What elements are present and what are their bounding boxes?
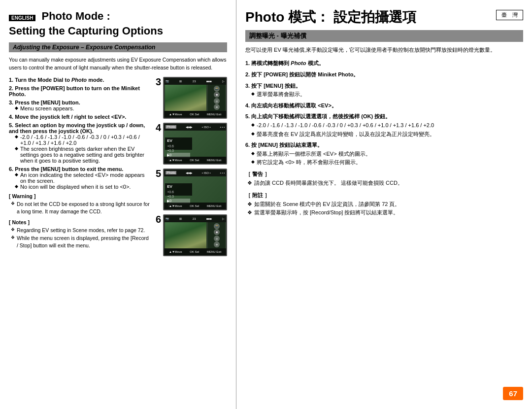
step-5-bullet-2: The screen brightness gets darker when t… bbox=[15, 146, 151, 164]
right-step-1-text: 1. 將模式轉盤轉到 Photo 模式。 bbox=[245, 60, 324, 66]
right-warning-icon: ❖ bbox=[247, 179, 252, 188]
right-step-4: 4. 向左或向右移動搖桿以選取 <EV>。 bbox=[245, 102, 523, 110]
step-6-bullet-1: An icon indicating the selected <EV> mod… bbox=[15, 172, 151, 184]
cam3-bottom-bar: ▲▼MoveOK SelMENU Exit bbox=[164, 111, 226, 118]
step-6-bullet-2: No icon will be displayed when it is set… bbox=[15, 184, 151, 190]
right-notes-title: ［ 附註 ］ bbox=[245, 191, 523, 200]
cam6-top-bar: 📷⊞23■■■▷ bbox=[164, 215, 226, 222]
right-warning-item: ❖ 請勿讓 CCD 長時間暴露於強光下。 這樣做可能會損毀 CCD。 bbox=[247, 179, 523, 188]
right-step-1: 1. 將模式轉盤轉到 Photo 模式。 bbox=[245, 59, 523, 68]
step-3-bullet: Menu screen appears. bbox=[15, 105, 151, 111]
warning-box: [ Warning ] Do not let the CCD be expose… bbox=[9, 193, 151, 216]
right-step-2-text: 2. 按下 [POWER] 按鈕以開啓 Miniket Photo。 bbox=[245, 71, 359, 77]
section-header-right: 調整曝光 - 曝光補償 bbox=[245, 30, 523, 42]
step-3: 3. Press the [MENU] button. Menu screen … bbox=[9, 100, 151, 111]
camera-screen-5: Photo ◀■▶• ISO •• • • EV +0.6 +0.3 ▶0 -0… bbox=[163, 169, 227, 210]
step-3-text: 3. Press the [MENU] button. bbox=[9, 100, 80, 105]
main-title-line1: Photo Mode : bbox=[41, 10, 110, 23]
cam3-icon-1: 📸 bbox=[214, 86, 220, 92]
cam3-icon-4: ⊕ bbox=[214, 104, 220, 110]
right-step-5: 5. 向上或向下移動搖桿以選選選項，然後按搖桿 (OK) 按鈕。 -2.0 / … bbox=[245, 112, 523, 138]
notes-item-2: While the menu screen is displayed, pres… bbox=[11, 235, 151, 250]
step-4-text: 4. Move the joystick left / right to sel… bbox=[9, 114, 126, 120]
screenshot-row-6: 6 📷⊞23■■■▷ 📸 🔲 ◎ ⊕ ▲▼MoveOK SelMENU Exit bbox=[156, 214, 227, 256]
notes-item-1: Regarding EV setting in Scene modes, ref… bbox=[11, 227, 151, 235]
section-header-left: Adjusting the Exposure – Exposure Compen… bbox=[9, 42, 227, 52]
cam3-top-bar: 📷⊞23■■■▷ bbox=[164, 78, 226, 85]
step-1: 1. Turn the Mode Dial to Photo mode. bbox=[9, 77, 151, 83]
right-step-5-bullet-2: 螢幕亮度會在 EV 設定爲底片設定時變暗，以及在設定為正片設定時變亮。 bbox=[251, 130, 523, 139]
right-notes-icon-1: ❖ bbox=[247, 200, 252, 209]
right-notes-item-1: ❖ 如需關於在 Scene 模式中的 EV 設定資訊，請參閱第 72 頁。 bbox=[247, 200, 523, 209]
right-step-4-text: 4. 向左或向右移動搖桿以選取 <EV>。 bbox=[245, 102, 337, 108]
screenshot-num-4: 4 bbox=[156, 123, 161, 133]
right-panel: Photo 模式： 設定拍攝選項 臺 灣 調整曝光 - 曝光補償 您可以使用 E… bbox=[236, 0, 532, 409]
right-notes-text-1: 如需關於在 Scene 模式中的 EV 設定資訊，請參閱第 72 頁。 bbox=[254, 200, 400, 209]
right-notes-icon-2: ❖ bbox=[247, 208, 252, 217]
notes-title: [ Notes ] bbox=[9, 219, 151, 227]
right-notes-item-2: ❖ 當選單螢幕顯示時，按 [Record/Stop] 按鈕將可以結束選單。 bbox=[247, 208, 523, 217]
step-2-text: 2. Press the [POWER] button to turn on t… bbox=[9, 85, 140, 97]
page-number-badge: 67 bbox=[503, 387, 523, 400]
cam3-icon-3: ◎ bbox=[214, 98, 220, 104]
cam6-icon-3: ◎ bbox=[214, 236, 220, 241]
cam5-bottom-bar: ▲▼MoveOK SelMENU Exit bbox=[164, 203, 226, 209]
left-panel: ENGLISH Photo Mode : Setting the Capturi… bbox=[0, 0, 236, 409]
taiwan-badge: 臺 灣 bbox=[496, 10, 523, 20]
step-6: 6. Press the [MENU] button to exit the m… bbox=[9, 166, 151, 190]
notes-box: [ Notes ] Regarding EV setting in Scene … bbox=[9, 219, 151, 250]
warning-item-1: Do not let the CCD be exposed to a stron… bbox=[11, 201, 151, 216]
right-step-3-bullet: 選單螢幕將會顯示。 bbox=[251, 90, 523, 99]
english-badge: ENGLISH bbox=[9, 15, 35, 21]
step-5-bullet-1: -2.0 / -1.6 / -1.3 / -1.0 / -0.6 / -0.3 … bbox=[15, 134, 151, 146]
main-title-line2: Setting the Capturing Options bbox=[9, 25, 163, 37]
cam6-sidebar: 📸 🔲 ◎ ⊕ bbox=[208, 222, 225, 248]
screenshot-row-5: 5 Photo ◀■▶• ISO •• • • EV +0.6 +0.3 ▶0 … bbox=[156, 169, 227, 210]
right-warning-text: 請勿讓 CCD 長時間暴露於強光下。 這樣做可能會損毀 CCD。 bbox=[254, 179, 403, 188]
right-step-6-bullet-1: 螢幕上將顯示一個標示所選 <EV> 模式的圖示。 bbox=[251, 150, 523, 159]
cam6-icon-4: ⊕ bbox=[214, 241, 220, 247]
cam4-top-bar: Photo ◀■▶• ISO •• • • bbox=[164, 124, 226, 131]
cam4-ev-menu: EV +0.6 +0.3 ▶0 -0.3 bbox=[165, 137, 192, 150]
right-step-5-text: 5. 向上或向下移動搖桿以選選選項，然後按搖桿 (OK) 按鈕。 bbox=[245, 113, 391, 119]
intro-text-right: 您可以使用 EV 曝光補償,來手動設定曝光，它可以讓使用者手動控制在放開快門釋放… bbox=[245, 46, 523, 55]
screenshot-num-3: 3 bbox=[156, 77, 161, 87]
cam6-icon-1: 📸 bbox=[214, 223, 220, 229]
right-step-2: 2. 按下 [POWER] 按鈕以開啓 Miniket Photo。 bbox=[245, 70, 523, 79]
warning-title: [ Warning ] bbox=[9, 193, 151, 201]
header-area: ENGLISH Photo Mode : Setting the Capturi… bbox=[9, 10, 227, 37]
right-title-area: Photo 模式： 設定拍攝選項 bbox=[245, 10, 416, 25]
cam3-icon-2: 🔲 bbox=[214, 92, 220, 98]
screenshot-row-4: 4 Photo ◀■▶• ISO •• • • EV +0.6 +0.3 ▶0 … bbox=[156, 123, 227, 165]
steps-column: 1. Turn the Mode Dial to Photo mode. 2. … bbox=[9, 77, 151, 256]
step-4: 4. Move the joystick left / right to sel… bbox=[9, 114, 151, 120]
cam5-ev-menu: EV +0.6 +0.3 ▶0 -0.3 bbox=[165, 183, 192, 196]
screenshot-row-3: 3 📷⊞23■■■▷ 📸 🔲 ◎ ⊕ ▲▼MoveOK SelMENU Exit bbox=[156, 77, 227, 119]
screenshot-num-6: 6 bbox=[156, 214, 161, 224]
right-step-6-text: 6. 按 [MENU] 按鈕以結束選單。 bbox=[245, 142, 323, 148]
screenshots-column: 3 📷⊞23■■■▷ 📸 🔲 ◎ ⊕ ▲▼MoveOK SelMENU Exit bbox=[156, 77, 227, 256]
step-2: 2. Press the [POWER] button to turn on t… bbox=[9, 85, 151, 97]
cam4-bottom-bar: ▲▼MoveOK SelMENU Exit bbox=[164, 157, 226, 164]
cam6-image bbox=[165, 222, 206, 248]
step-5: 5. Select an option by moving the joysti… bbox=[9, 122, 151, 164]
camera-screen-3: 📷⊞23■■■▷ 📸 🔲 ◎ ⊕ ▲▼MoveOK SelMENU Exit bbox=[163, 77, 227, 119]
right-step-6-bullet-2: 將它設定為 <0> 時，將不會顯示任何圖示。 bbox=[251, 158, 523, 167]
cam5-top-bar: Photo ◀■▶• ISO •• • • bbox=[164, 170, 226, 176]
right-steps: 1. 將模式轉盤轉到 Photo 模式。 2. 按下 [POWER] 按鈕以開啓… bbox=[245, 59, 523, 217]
right-warning-box: ［ 警告 ］ ❖ 請勿讓 CCD 長時間暴露於強光下。 這樣做可能會損毀 CCD… bbox=[245, 170, 523, 187]
cam6-bottom-bar: ▲▼MoveOK SelMENU Exit bbox=[164, 248, 226, 255]
camera-screen-6: 📷⊞23■■■▷ 📸 🔲 ◎ ⊕ ▲▼MoveOK SelMENU Exit bbox=[163, 214, 227, 256]
step-6-text: 6. Press the [MENU] button to exit the m… bbox=[9, 166, 123, 172]
right-step-5-bullet-1: -2.0 / -1.6 / -1.3 / -1.0 / -0.6 / -0.3 … bbox=[251, 121, 523, 130]
cam3-image bbox=[165, 85, 206, 111]
right-notes-text-2: 當選單螢幕顯示時，按 [Record/Stop] 按鈕將可以結束選單。 bbox=[254, 208, 399, 217]
right-notes-box: ［ 附註 ］ ❖ 如需關於在 Scene 模式中的 EV 設定資訊，請參閱第 7… bbox=[245, 191, 523, 217]
camera-screen-4: Photo ◀■▶• ISO •• • • EV +0.6 +0.3 ▶0 -0… bbox=[163, 123, 227, 165]
screenshot-num-5: 5 bbox=[156, 169, 161, 178]
right-step-3-text: 3. 按下 [MENU] 按鈕。 bbox=[245, 83, 301, 89]
right-step-3: 3. 按下 [MENU] 按鈕。 選單螢幕將會顯示。 bbox=[245, 82, 523, 99]
right-header-area: Photo 模式： 設定拍攝選項 臺 灣 bbox=[245, 10, 523, 25]
right-main-title: Photo 模式： 設定拍攝選項 bbox=[245, 10, 416, 25]
step-1-text: 1. Turn the Mode Dial to Photo mode. bbox=[9, 77, 104, 83]
